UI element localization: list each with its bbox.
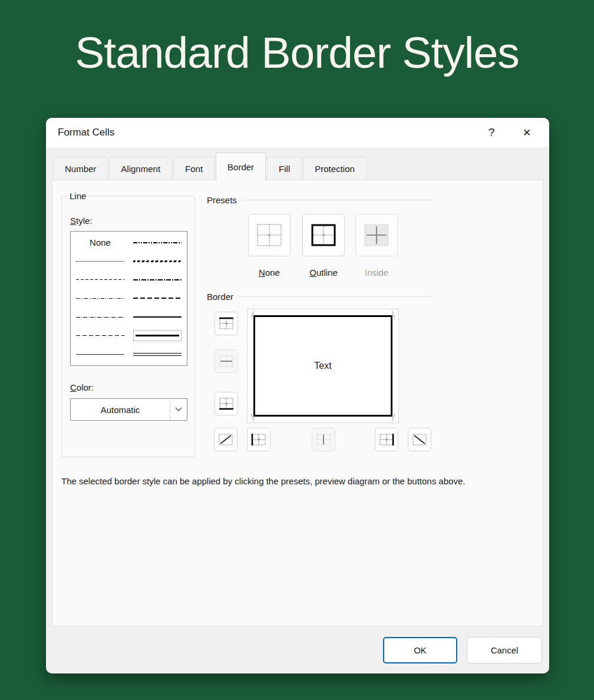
border-section-label: Border <box>207 292 233 302</box>
border-rule <box>239 296 433 297</box>
preset-inside-icon <box>364 223 390 247</box>
border-diagonal-down-icon <box>412 433 427 446</box>
border-left-button[interactable] <box>247 428 270 451</box>
border-bottom-icon <box>219 397 234 410</box>
cancel-button[interactable]: Cancel <box>467 637 542 663</box>
border-top-icon <box>219 317 234 330</box>
tab-alignment[interactable]: Alignment <box>109 157 172 180</box>
line-style-hair-dotted[interactable] <box>76 252 124 271</box>
help-icon[interactable]: ? <box>480 126 503 139</box>
preset-none-label: None <box>248 268 291 278</box>
style-label: Style: <box>70 216 93 226</box>
line-style-medium-dash-dot-dot[interactable] <box>133 233 182 252</box>
chevron-down-icon <box>175 407 182 412</box>
line-style-slant-dash-dot[interactable] <box>133 252 182 271</box>
border-left-icon <box>251 433 266 446</box>
border-tab-panel: Line Style: None Color: Automatic <box>52 180 543 626</box>
border-horizontal-middle-icon <box>219 355 234 368</box>
tab-number[interactable]: Number <box>53 157 108 180</box>
tab-strip: Number Alignment Font Border Fill Protec… <box>46 147 549 180</box>
border-vertical-middle-icon <box>316 433 331 446</box>
border-diagonal-up-icon <box>218 433 233 446</box>
line-style-thin-medium-dashed[interactable] <box>76 326 124 345</box>
tab-font[interactable]: Font <box>173 157 214 180</box>
page-title: Standard Border Styles <box>0 27 594 78</box>
border-diagonal-down-button[interactable] <box>408 428 431 451</box>
preview-outline-border: Text <box>253 315 392 417</box>
border-preview-diagram[interactable]: Text <box>247 309 399 423</box>
preset-outline-icon <box>311 223 336 247</box>
line-style-thin-dashed[interactable] <box>76 270 124 289</box>
preset-inside-label: Inside <box>355 268 398 278</box>
preset-none-icon <box>256 223 282 247</box>
tab-fill[interactable]: Fill <box>267 157 302 180</box>
line-style-thin-dash-dot[interactable] <box>76 308 124 326</box>
line-style-thick-solid-selected[interactable] <box>133 326 182 345</box>
preview-text: Text <box>314 361 331 371</box>
border-right-button[interactable] <box>375 428 398 451</box>
border-vertical-middle-button <box>312 428 335 451</box>
preset-outline-button[interactable] <box>302 214 345 256</box>
color-dropdown-value: Automatic <box>71 399 170 420</box>
presets-rule <box>242 200 433 200</box>
border-right-icon <box>379 433 394 446</box>
color-label: Color: <box>70 382 94 392</box>
border-header: Border <box>207 292 433 302</box>
border-bottom-button[interactable] <box>214 392 238 415</box>
format-cells-dialog: Format Cells ? ✕ Number Alignment Font B… <box>46 118 549 673</box>
presets-label: Presets <box>207 195 237 205</box>
presets-header: Presets <box>207 195 433 205</box>
line-style-thin-dash-dot-dot[interactable] <box>76 289 124 308</box>
border-horizontal-middle-button <box>214 349 238 373</box>
preset-inside-button <box>355 214 398 256</box>
preset-outline-label: Outline <box>302 268 345 278</box>
preset-none-button[interactable] <box>248 214 291 256</box>
dialog-title: Format Cells <box>58 127 480 138</box>
dialog-footer: OK Cancel <box>46 626 549 673</box>
tab-protection[interactable]: Protection <box>303 157 367 180</box>
tab-border[interactable]: Border <box>216 153 266 180</box>
dialog-titlebar: Format Cells ? ✕ <box>46 118 549 147</box>
border-diagonal-up-button[interactable] <box>214 428 237 451</box>
line-style-medium-dashed[interactable] <box>133 289 182 308</box>
close-icon[interactable]: ✕ <box>514 127 540 139</box>
border-help-text: The selected border style can be applied… <box>61 474 516 488</box>
line-style-thin-solid[interactable] <box>76 345 124 364</box>
line-style-double[interactable] <box>133 345 182 364</box>
line-group-label: Line <box>67 191 89 201</box>
ok-button[interactable]: OK <box>383 637 457 663</box>
line-style-none[interactable]: None <box>76 233 124 252</box>
border-top-button[interactable] <box>214 312 238 335</box>
color-dropdown-button[interactable] <box>170 399 187 420</box>
line-style-medium-solid[interactable] <box>133 308 182 326</box>
line-style-listbox[interactable]: None <box>70 231 187 366</box>
color-dropdown[interactable]: Automatic <box>70 398 187 421</box>
line-style-medium-dash-dot[interactable] <box>133 270 182 289</box>
